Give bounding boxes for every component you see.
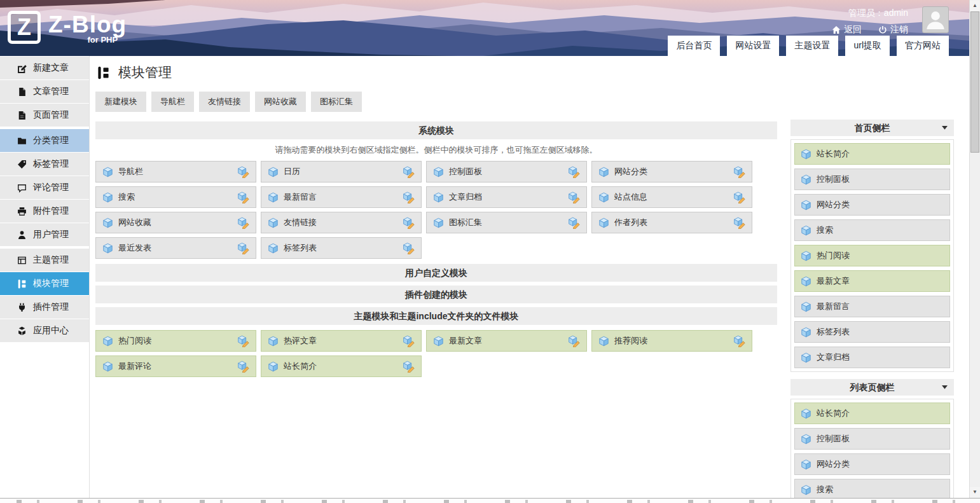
- sidebar-module-item[interactable]: 搜索: [794, 219, 950, 241]
- sidebar-item-new-post[interactable]: 新建文章: [0, 57, 89, 79]
- sidebar-item-attachments[interactable]: 附件管理: [0, 200, 89, 223]
- toolbar-button[interactable]: 图标汇集: [311, 92, 362, 112]
- edit-module-icon[interactable]: [568, 335, 580, 347]
- module-card[interactable]: 热门阅读: [95, 330, 256, 352]
- sidebar-module-item[interactable]: 网站分类: [794, 453, 950, 475]
- sidebar-item-posts[interactable]: 文章管理: [0, 80, 89, 103]
- cube-pencil-icon: [237, 166, 249, 178]
- edit-module-icon[interactable]: [237, 166, 249, 178]
- top-nav-tab[interactable]: 主题设置: [786, 36, 838, 56]
- module-card[interactable]: 作者列表: [591, 212, 752, 233]
- module-cube-icon: [268, 192, 279, 203]
- toolbar-button[interactable]: 导航栏: [151, 92, 194, 112]
- toolbar-button[interactable]: 新建模块: [95, 92, 146, 112]
- module-card[interactable]: 搜索: [95, 186, 256, 208]
- scrollbar-down-arrow[interactable]: ▼: [970, 487, 980, 497]
- back-link[interactable]: 返回: [832, 24, 862, 36]
- module-card-label: 网站分类: [614, 166, 647, 177]
- module-card-label: 导航栏: [118, 166, 143, 177]
- edit-module-icon[interactable]: [733, 191, 745, 203]
- edit-module-icon[interactable]: [237, 361, 249, 373]
- chevron-down-icon[interactable]: [942, 126, 948, 130]
- edit-module-icon[interactable]: [733, 217, 745, 229]
- edit-module-icon[interactable]: [403, 166, 415, 178]
- sidebar-module-item[interactable]: 搜索: [794, 479, 950, 500]
- sidebar-item-themes[interactable]: 主题管理: [0, 249, 89, 272]
- chevron-down-icon[interactable]: [942, 385, 948, 389]
- module-card[interactable]: 最新文章: [426, 330, 587, 352]
- taskbar-fragment: [0, 500, 980, 503]
- sidebar-item-label: 插件管理: [33, 301, 69, 313]
- sidebar-module-item[interactable]: 网站分类: [794, 194, 950, 216]
- module-card[interactable]: 图标汇集: [426, 212, 587, 233]
- sidebar-module-item[interactable]: 控制面板: [794, 428, 950, 450]
- edit-module-icon[interactable]: [403, 335, 415, 347]
- edit-module-icon[interactable]: [403, 242, 415, 254]
- module-card[interactable]: 热评文章: [261, 330, 422, 352]
- scrollbar-thumb[interactable]: [970, 11, 979, 153]
- sidebar-module-item[interactable]: 最新留言: [794, 296, 950, 317]
- edit-module-icon[interactable]: [568, 217, 580, 229]
- top-nav-tab[interactable]: 网站设置: [727, 36, 779, 56]
- sidebar-item-label: 文章管理: [33, 86, 69, 97]
- sidebar-module-item[interactable]: 控制面板: [794, 169, 950, 190]
- avatar[interactable]: [922, 6, 949, 33]
- sidebar-module-item[interactable]: 标签列表: [794, 321, 950, 343]
- edit-module-icon[interactable]: [237, 217, 249, 229]
- module-card[interactable]: 控制面板: [426, 161, 587, 183]
- sidebar-item-users[interactable]: 用户管理: [0, 223, 89, 246]
- logout-link[interactable]: 注销: [878, 24, 908, 36]
- module-card[interactable]: 友情链接: [261, 212, 422, 233]
- user-icon: [17, 230, 27, 240]
- toolbar-button[interactable]: 友情链接: [199, 92, 250, 112]
- zblog-logo[interactable]: Z Z-Blog for PHP: [8, 6, 127, 45]
- sidebar-item-appcenter[interactable]: 应用中心: [0, 319, 89, 342]
- left-sidebar: 新建文章 文章管理 页面管理 分类管理 标签管理 评论管理 附件管理: [0, 56, 90, 498]
- edit-module-icon[interactable]: [733, 335, 745, 347]
- edit-module-icon[interactable]: [237, 335, 249, 347]
- edit-module-icon[interactable]: [568, 191, 580, 203]
- scrollbar-up-arrow[interactable]: ▲: [970, 1, 980, 11]
- module-card[interactable]: 网站收藏: [95, 212, 256, 233]
- drag-hint-text: 请拖动需要的模块到右侧区域指定侧栏。侧栏中的模块可排序，也可拖至左侧区域移除。: [95, 139, 777, 160]
- top-nav-tab[interactable]: 官方网站: [897, 36, 949, 56]
- toolbar-button[interactable]: 网站收藏: [255, 92, 306, 112]
- module-card[interactable]: 网站分类: [591, 161, 752, 183]
- edit-module-icon[interactable]: [733, 166, 745, 178]
- sidebar-module-item[interactable]: 热门阅读: [794, 245, 950, 266]
- vertical-scrollbar[interactable]: ▲ ▼: [969, 0, 980, 498]
- module-card[interactable]: 站点信息: [591, 186, 752, 208]
- top-nav-tab[interactable]: 后台首页: [668, 36, 720, 56]
- home-sidebar-module-list: 站长简介 控制面板 网站分类 搜索: [790, 139, 954, 372]
- edit-module-icon[interactable]: [237, 242, 249, 254]
- sidebar-item-label: 评论管理: [33, 182, 69, 193]
- edit-module-icon[interactable]: [237, 191, 249, 203]
- module-card[interactable]: 站长简介: [261, 355, 422, 377]
- edit-module-icon[interactable]: [403, 361, 415, 373]
- sidebar-item-plugins[interactable]: 插件管理: [0, 296, 89, 319]
- sidebar-item-comments[interactable]: 评论管理: [0, 176, 89, 199]
- sidebar-item-tags[interactable]: 标签管理: [0, 153, 89, 176]
- module-card[interactable]: 最近发表: [95, 237, 256, 259]
- compose-icon: [17, 64, 27, 73]
- sidebar-module-item[interactable]: 站长简介: [794, 143, 950, 165]
- sidebar-module-item[interactable]: 文章归档: [794, 347, 950, 368]
- sidebar-item-pages[interactable]: 页面管理: [0, 104, 89, 127]
- sidebar-module-item[interactable]: 最新文章: [794, 270, 950, 292]
- module-card[interactable]: 最新留言: [261, 186, 422, 208]
- module-card[interactable]: 日历: [261, 161, 422, 183]
- module-card[interactable]: 导航栏: [95, 161, 256, 183]
- module-card[interactable]: 最新评论: [95, 355, 256, 377]
- module-card-label: 最新文章: [449, 335, 482, 347]
- edit-module-icon[interactable]: [403, 191, 415, 203]
- edit-module-icon[interactable]: [403, 217, 415, 229]
- module-card[interactable]: 推荐阅读: [591, 330, 752, 352]
- sidebar-module-label: 控制面板: [817, 433, 850, 444]
- sidebar-item-categories[interactable]: 分类管理: [0, 129, 89, 152]
- sidebar-module-item[interactable]: 站长简介: [794, 403, 950, 424]
- module-card[interactable]: 文章归档: [426, 186, 587, 208]
- module-card[interactable]: 标签列表: [261, 237, 422, 259]
- top-nav-tab[interactable]: url提取: [845, 36, 890, 56]
- sidebar-item-modules[interactable]: 模块管理: [0, 272, 89, 295]
- edit-module-icon[interactable]: [568, 166, 580, 178]
